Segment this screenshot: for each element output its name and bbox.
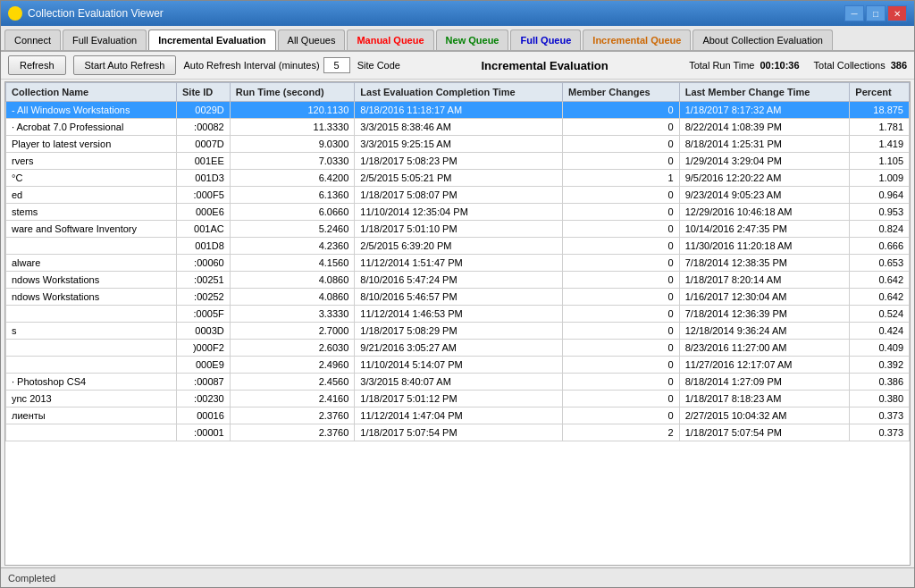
table-row[interactable]: ndows Workstations:002524.08608/10/2016 … (6, 289, 910, 306)
col-site-id[interactable]: Site ID (177, 83, 231, 102)
tab-full-evaluation[interactable]: Full Evaluation (63, 29, 147, 50)
table-cell: 8/10/2016 5:46:57 PM (355, 289, 563, 306)
table-cell: 0.373 (850, 407, 910, 424)
table-row[interactable]: stems000E66.066011/10/2014 12:35:04 PM01… (6, 204, 910, 221)
tab-incremental-queue[interactable]: Incremental Queue (583, 29, 691, 50)
table-row[interactable]: · Photoshop CS4:000872.45603/3/2015 8:40… (6, 374, 910, 391)
col-collection-name[interactable]: Collection Name (6, 83, 177, 102)
refresh-button[interactable]: Refresh (8, 55, 66, 75)
table-cell: 0.953 (850, 204, 910, 221)
table-cell: 0 (562, 289, 679, 306)
table-cell: 0 (562, 204, 679, 221)
table-cell: 18.875 (850, 102, 910, 119)
total-run-time-value: 00:10:36 (760, 60, 800, 71)
table-cell: 0 (562, 374, 679, 391)
table-cell: 11/12/2014 1:51:47 PM (355, 255, 563, 272)
table-cell (6, 357, 177, 374)
table-cell: · Photoshop CS4 (6, 374, 177, 391)
col-runtime[interactable]: Run Time (second) (230, 83, 355, 102)
table-cell: 001D3 (177, 170, 231, 187)
table-cell: 8/18/2014 1:25:31 PM (679, 136, 850, 153)
table-cell: ed (6, 187, 177, 204)
table-cell: :00230 (177, 391, 231, 407)
table-row[interactable]: 000E92.496011/10/2014 5:14:07 PM011/27/2… (6, 357, 910, 374)
table-row[interactable]: 001D84.23602/5/2015 6:39:20 PM011/30/201… (6, 238, 910, 255)
tab-all-queues[interactable]: All Queues (278, 29, 346, 50)
table-cell: :00060 (177, 255, 231, 272)
auto-refresh-interval-input[interactable] (323, 57, 350, 73)
table-cell: 8/18/2014 1:27:09 PM (679, 374, 850, 391)
status-text: Completed (8, 573, 55, 584)
table-row[interactable]: ware and Software Inventory001AC5.24601/… (6, 221, 910, 238)
table-row[interactable]: Player to latest version0007D9.03003/3/2… (6, 136, 910, 153)
table-cell: 2.4560 (230, 374, 355, 391)
table-cell: 1.105 (850, 153, 910, 170)
table-row[interactable]: s0003D2.70001/18/2017 5:08:29 PM012/18/2… (6, 323, 910, 340)
table-cell: 8/22/2014 1:08:39 PM (679, 119, 850, 136)
table-row[interactable]: :000012.37601/18/2017 5:07:54 PM21/18/20… (6, 424, 910, 441)
table-cell: 8/18/2016 11:18:17 AM (355, 102, 563, 119)
table-row[interactable]: - All Windows Workstations0029D120.11308… (6, 102, 910, 119)
tab-manual-queue[interactable]: Manual Queue (347, 29, 433, 50)
tab-full-queue[interactable]: Full Queue (510, 29, 581, 50)
table-cell: 0 (562, 272, 679, 289)
tab-about[interactable]: About Collection Evaluation (693, 29, 833, 50)
table-cell: 2/5/2015 6:39:20 PM (355, 238, 563, 255)
table-row[interactable]: :0005F3.333011/12/2014 1:46:53 PM07/18/2… (6, 306, 910, 323)
status-bar: Completed (1, 567, 914, 587)
table-row[interactable]: )000F22.60309/21/2016 3:05:27 AM08/23/20… (6, 340, 910, 357)
table-cell: 1/18/2017 5:08:29 PM (355, 323, 563, 340)
table-cell: )000F2 (177, 340, 231, 357)
table-cell: 0.642 (850, 272, 910, 289)
table-cell (6, 306, 177, 323)
tab-connect[interactable]: Connect (4, 29, 61, 50)
table-cell: :0005F (177, 306, 231, 323)
table-cell: - All Windows Workstations (6, 102, 177, 119)
table-cell: 001EE (177, 153, 231, 170)
table-cell (6, 238, 177, 255)
table-row[interactable]: rvers001EE7.03301/18/2017 5:08:23 PM01/2… (6, 153, 910, 170)
table-cell: 1/18/2017 5:01:12 PM (355, 391, 563, 407)
table-cell: 0007D (177, 136, 231, 153)
table-cell: 1.781 (850, 119, 910, 136)
tab-new-queue[interactable]: New Queue (436, 29, 509, 50)
tabs-row: Connect Full Evaluation Incremental Eval… (1, 26, 914, 52)
col-memberchanges[interactable]: Member Changes (562, 83, 679, 102)
table-cell: 12/18/2014 9:36:24 AM (679, 323, 850, 340)
table-cell: 11/30/2016 11:20:18 AM (679, 238, 850, 255)
col-percent[interactable]: Percent (850, 83, 910, 102)
table-row[interactable]: лиенты000162.376011/12/2014 1:47:04 PM02… (6, 407, 910, 424)
table-row[interactable]: alware:000604.156011/12/2014 1:51:47 PM0… (6, 255, 910, 272)
table-row[interactable]: · Acrobat 7.0 Professional:0008211.33303… (6, 119, 910, 136)
title-bar: Collection Evaluation Viewer ─ □ ✕ (1, 1, 914, 26)
table-cell: 3/3/2015 9:25:15 AM (355, 136, 563, 153)
col-lasteval[interactable]: Last Evaluation Completion Time (355, 83, 563, 102)
table-cell: 0 (562, 340, 679, 357)
table-cell: 0.524 (850, 306, 910, 323)
auto-refresh-button[interactable]: Start Auto Refresh (73, 55, 177, 75)
table-row[interactable]: ndows Workstations:002514.08608/10/2016 … (6, 272, 910, 289)
title-bar-left: Collection Evaluation Viewer (8, 6, 164, 21)
table-row[interactable]: ed:000F56.13601/18/2017 5:08:07 PM09/23/… (6, 187, 910, 204)
table-cell: 9/21/2016 3:05:27 AM (355, 340, 563, 357)
table-cell: ndows Workstations (6, 272, 177, 289)
incremental-label: Incremental Evaluation (481, 59, 608, 72)
site-code-label: Site Code (357, 60, 400, 71)
tab-incremental-evaluation[interactable]: Incremental Evaluation (148, 29, 275, 50)
table-cell: 2.7000 (230, 323, 355, 340)
table-container[interactable]: Collection Name Site ID Run Time (second… (4, 81, 911, 566)
close-button[interactable]: ✕ (887, 5, 907, 21)
toolbar-center: Incremental Evaluation (407, 59, 682, 72)
col-lastmember[interactable]: Last Member Change Time (679, 83, 850, 102)
table-cell: 0.373 (850, 424, 910, 441)
minimize-button[interactable]: ─ (844, 5, 864, 21)
auto-refresh-interval-label: Auto Refresh Interval (minutes) (183, 60, 319, 71)
table-row[interactable]: ync 2013:002302.41601/18/2017 5:01:12 PM… (6, 391, 910, 407)
table-row[interactable]: °C001D36.42002/5/2015 5:05:21 PM19/5/201… (6, 170, 910, 187)
table-cell: 6.0660 (230, 204, 355, 221)
maximize-button[interactable]: □ (866, 5, 886, 21)
table-cell: 5.2460 (230, 221, 355, 238)
table-cell: 000E9 (177, 357, 231, 374)
table-cell: 0 (562, 407, 679, 424)
table-cell: 0.424 (850, 323, 910, 340)
